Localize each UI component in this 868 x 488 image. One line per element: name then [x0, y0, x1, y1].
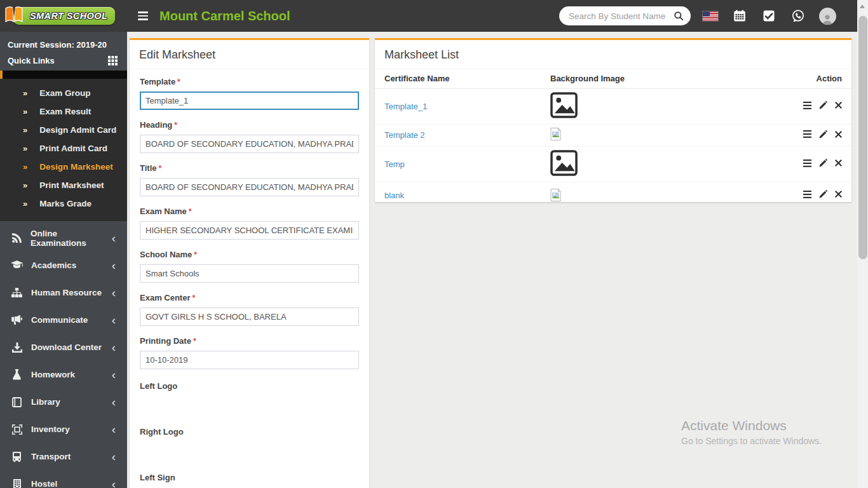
scroll-up-arrow-icon[interactable] [860, 4, 865, 8]
grid-icon [108, 56, 118, 65]
exam-center-label: Exam Center* [140, 293, 359, 303]
required-marker: * [193, 337, 196, 346]
language-flag-button[interactable] [696, 11, 725, 21]
rss-icon [10, 233, 23, 243]
chevron-left-icon: ‹ [112, 259, 116, 271]
chevron-left-icon: ‹ [112, 478, 116, 488]
list-icon[interactable] [803, 159, 811, 167]
pencil-icon[interactable] [819, 130, 827, 139]
edit-marksheet-card: Edit Marksheet Template* Heading* Title*… [130, 38, 369, 488]
double-angle-icon: » [23, 162, 27, 172]
sidebar-item-marks-grade[interactable]: » Marks Grade [0, 194, 127, 213]
marksheet-table: Certificate Name Background Image Action… [375, 69, 851, 202]
sidebar-item-exam-group[interactable]: » Exam Group [0, 84, 127, 102]
chevron-left-icon: ‹ [112, 423, 116, 435]
sidebar-item-print-admit-card[interactable]: » Print Admit Card [0, 139, 127, 158]
certificate-link[interactable]: Temp [384, 159, 405, 169]
sidebar-sections: Online Examinations ‹ Academics ‹ Human … [0, 221, 127, 488]
app-logo[interactable]: SMART SCHOOL [5, 7, 115, 25]
building-icon [10, 479, 24, 488]
column-action: Action [780, 69, 851, 89]
bus-icon [10, 452, 24, 462]
calendar-button[interactable] [725, 10, 754, 22]
school-name-input[interactable] [140, 264, 359, 283]
sidebar-item-print-marksheet[interactable]: » Print Marksheet [0, 176, 127, 194]
required-marker: * [189, 207, 192, 216]
book-icon [10, 397, 24, 407]
exam-center-input[interactable] [140, 308, 359, 326]
printing-date-input[interactable] [140, 351, 359, 369]
certificate-link[interactable]: blank [384, 191, 404, 200]
sidebar-item-inventory[interactable]: Inventory ‹ [0, 416, 127, 443]
template-label: Template* [140, 77, 359, 87]
vertical-scrollbar[interactable] [857, 0, 868, 488]
table-row: blank [375, 182, 851, 203]
delete-icon[interactable] [835, 102, 842, 109]
marksheet-list-card: Marksheet List Certificate Name Backgrou… [375, 38, 851, 202]
exam-name-input[interactable] [140, 221, 359, 240]
sidebar-item-design-marksheet[interactable]: » Design Marksheet [0, 158, 127, 176]
chevron-left-icon: ‹ [112, 232, 116, 244]
left-logo-label: Left Logo [140, 381, 359, 391]
sidebar-item-online-examinations[interactable]: Online Examinations ‹ [0, 224, 127, 252]
title-input[interactable] [140, 178, 359, 196]
template-input[interactable] [140, 92, 359, 110]
chevron-left-icon: ‹ [112, 341, 116, 353]
list-icon[interactable] [803, 102, 811, 109]
delete-icon[interactable] [835, 191, 842, 198]
sidebar-item-academics[interactable]: Academics ‹ [0, 252, 127, 279]
sidebar-item-library[interactable]: Library ‹ [0, 388, 127, 416]
sidebar-item-homework[interactable]: Homework ‹ [0, 361, 127, 388]
heading-label: Heading* [140, 120, 359, 130]
whatsapp-button[interactable] [783, 9, 813, 23]
graduation-cap-icon [10, 261, 24, 270]
broken-image-icon [550, 128, 561, 140]
double-angle-icon: » [23, 125, 27, 135]
sidebar-toggle-button[interactable] [135, 9, 151, 22]
sidebar: Current Session: 2019-20 Quick Links » E… [0, 32, 127, 488]
delete-icon[interactable] [835, 131, 842, 138]
left-sign-label: Left Sign [140, 472, 359, 483]
user-menu-button[interactable] [813, 8, 842, 25]
sidebar-item-download-center[interactable]: Download Center ‹ [0, 334, 127, 361]
sidebar-item-hostel[interactable]: Hostel ‹ [0, 470, 127, 488]
pencil-icon[interactable] [819, 190, 827, 198]
pencil-icon[interactable] [819, 101, 827, 109]
printing-date-label: Printing Date* [140, 336, 359, 346]
certificate-link[interactable]: Template 2 [384, 130, 425, 140]
sidebar-item-communicate[interactable]: Communicate ‹ [0, 306, 127, 334]
search-input[interactable] [567, 11, 674, 22]
table-row: Template_1 [375, 89, 851, 125]
sidebar-item-human-resource[interactable]: Human Resource ‹ [0, 279, 127, 306]
list-icon[interactable] [803, 130, 811, 138]
delete-icon[interactable] [835, 159, 842, 166]
check-square-icon [763, 10, 775, 22]
sidebar-item-exam-result[interactable]: » Exam Result [0, 102, 127, 121]
double-angle-icon: » [23, 88, 27, 98]
logo-text: SMART SCHOOL [30, 11, 107, 21]
student-search-box[interactable] [559, 6, 691, 25]
image-icon [550, 150, 578, 176]
main-content: Edit Marksheet Template* Heading* Title*… [127, 32, 857, 488]
chevron-left-icon: ‹ [112, 369, 116, 381]
tasks-button[interactable] [754, 10, 783, 22]
image-icon [550, 92, 578, 118]
required-marker: * [177, 78, 180, 86]
quick-links[interactable]: Quick Links [0, 50, 127, 71]
pencil-icon[interactable] [819, 159, 827, 167]
search-icon[interactable] [674, 11, 684, 21]
table-row: Temp [375, 147, 851, 182]
current-session-label: Current Session: 2019-20 [0, 32, 127, 50]
scrollbar-thumb[interactable] [858, 16, 867, 259]
column-background-image: Background Image [541, 69, 780, 89]
active-menu-header[interactable] [0, 71, 127, 79]
heading-input[interactable] [140, 135, 359, 153]
download-icon [10, 342, 24, 353]
double-angle-icon: » [23, 180, 27, 190]
sidebar-item-transport[interactable]: Transport ‹ [0, 443, 127, 470]
list-icon[interactable] [803, 191, 811, 198]
double-angle-icon: » [23, 107, 27, 116]
sidebar-item-design-admit-card[interactable]: » Design Admit Card [0, 121, 127, 139]
certificate-link[interactable]: Template_1 [384, 102, 427, 111]
quick-links-label: Quick Links [8, 56, 55, 65]
